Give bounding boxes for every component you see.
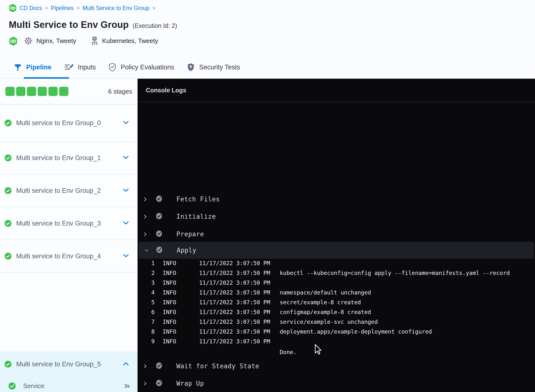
log-message: configmap/example-8 created [280,309,371,315]
console-header: Console Logs [138,79,535,102]
breadcrumb: CD Docs > Pipelines > Multi Service to E… [9,4,155,12]
tab-inputs[interactable]: Inputs [64,56,96,78]
log-timestamp: 11/17/2022 3:07:50 PM [199,338,273,345]
log-line-number: 7 [138,319,155,325]
pipeline-tab-icon [14,63,22,71]
chevron-right-icon[interactable] [144,364,148,369]
tab-security-tests-label: Security Tests [199,64,240,71]
log-message: deployment.apps/example-deployment confi… [280,328,432,335]
log-line: 3INFO11/17/2022 3:07:50 PM [138,278,535,288]
step-row-service[interactable]: Service 3s [0,376,138,392]
execution-tabbar: Pipeline Inputs Policy Evaluati [0,56,535,79]
title-row: Multi Service to Env Group (Execution Id… [9,20,177,30]
stage-label: Multi service to Env Group_2 [16,187,101,195]
execution-id-label: (Execution Id: 2) [133,22,177,29]
chevron-right-icon[interactable] [144,214,148,219]
console-step-wrap-up[interactable]: Wrap Up [138,377,535,390]
stage-label: Multi service to Env Group_1 [16,154,101,162]
breadcrumb-separator: > [152,5,155,11]
log-timestamp: 11/17/2022 3:07:50 PM [199,260,273,266]
inputs-tab-icon [64,63,74,71]
log-line: 7INFO11/17/2022 3:07:50 PMservice/exampl… [138,317,535,327]
chevron-right-icon[interactable] [144,381,148,386]
chevron-down-icon[interactable] [123,221,129,226]
success-check-icon [4,252,12,260]
stage-row-3[interactable]: Multi service to Env Group_3 [0,207,138,240]
chevron-down-icon[interactable] [123,254,129,259]
success-check-icon [156,380,162,387]
console-step-fetch-files[interactable]: Fetch Files [138,192,535,206]
breadcrumb-separator: > [77,5,80,11]
log-level: INFO [163,309,186,315]
log-line-number: 2 [138,270,155,276]
stage-row-4[interactable]: Multi service to Env Group_4 [0,240,138,273]
log-line: 2INFO11/17/2022 3:07:50 PMkubectl --kube… [138,268,535,278]
console-step-apply[interactable]: Apply [139,242,534,259]
log-done-line: Done. [138,347,535,357]
security-shield-icon [187,63,195,72]
log-line-number: 5 [138,299,155,305]
console-step-prepare[interactable]: Prepare [138,227,535,241]
success-check-icon [156,195,162,203]
step-duration: 3s [124,383,130,389]
breadcrumb-link-pipelines[interactable]: Pipelines [51,5,74,11]
log-done-text: Done. [280,349,297,355]
log-level: INFO [163,328,186,335]
success-check-icon [4,119,12,127]
log-line: 9INFO11/17/2022 3:07:50 PM [138,337,535,346]
stage-success-square [48,87,58,96]
step-label: Service [23,382,44,390]
log-line: 1INFO11/17/2022 3:07:50 PM [138,258,535,268]
log-level: INFO [163,280,186,286]
success-check-icon [156,230,162,238]
stage-label: Multi service to Env Group_4 [16,252,101,260]
stage-status-squares [5,87,68,96]
tab-security-tests[interactable]: Security Tests [187,56,240,78]
console-step-wait-for-steady-state[interactable]: Wait for Steady State [138,359,535,373]
stage-row-0[interactable]: Multi service to Env Group_0 [0,105,138,142]
stages-sidebar: 6 stages Multi service to Env Group_0 Mu… [0,79,138,392]
tab-policy-evaluations[interactable]: Policy Evaluations [108,56,174,78]
stage-row-2[interactable]: Multi service to Env Group_2 [0,174,138,207]
chevron-right-icon[interactable] [144,232,148,237]
chevron-down-icon[interactable] [123,188,129,193]
success-check-icon [4,360,12,368]
success-check-icon [4,220,12,227]
log-line-number: 9 [138,338,155,345]
log-line: 6INFO11/17/2022 3:07:50 PMconfigmap/exam… [138,307,535,317]
log-level: INFO [163,319,186,325]
chevron-right-icon[interactable] [144,197,148,202]
console-step-initialize[interactable]: Initialize [138,210,535,223]
log-message: secret/example-8 created [280,299,361,305]
log-timestamp: 11/17/2022 3:07:50 PM [199,280,273,286]
breadcrumb-link-cd-docs[interactable]: CD Docs [20,5,42,11]
chevron-down-icon[interactable] [123,156,129,160]
log-line-number: 4 [138,289,155,296]
success-check-icon [156,362,162,370]
stage-count-label: 6 stages [108,88,132,95]
pipeline-execution-page: CD Docs > Pipelines > Multi Service to E… [0,0,535,392]
chevron-down-icon[interactable] [123,121,129,125]
breadcrumb-link-pipeline-name[interactable]: Multi Service to Env Group [83,5,150,11]
harness-cd-stage-icon [9,37,17,45]
console-step-label: Wrap Up [176,380,204,387]
log-level: INFO [163,270,186,276]
log-line-number: 6 [138,309,155,315]
breadcrumb-separator: > [45,5,48,11]
console-step-label: Apply [177,247,196,254]
chevron-up-icon[interactable] [123,362,129,367]
tab-pipeline[interactable]: Pipeline [14,56,52,78]
log-line: 5INFO11/17/2022 3:07:50 PMsecret/example… [138,297,535,307]
page-title: Multi Service to Env Group [9,20,129,30]
console-step-label: Wait for Steady State [176,362,259,370]
success-check-icon [8,382,16,390]
page-header: CD Docs > Pipelines > Multi Service to E… [0,0,535,56]
harness-cd-logo-icon [9,4,17,12]
log-level: INFO [163,338,186,345]
log-level: INFO [163,289,186,296]
chevron-down-icon[interactable] [145,249,149,252]
stage-row-5[interactable]: Multi service to Env Group_5 [0,351,138,377]
stage-row-1[interactable]: Multi service to Env Group_1 [0,142,138,174]
console-step-label: Prepare [176,230,204,238]
stage-success-square [27,87,36,96]
